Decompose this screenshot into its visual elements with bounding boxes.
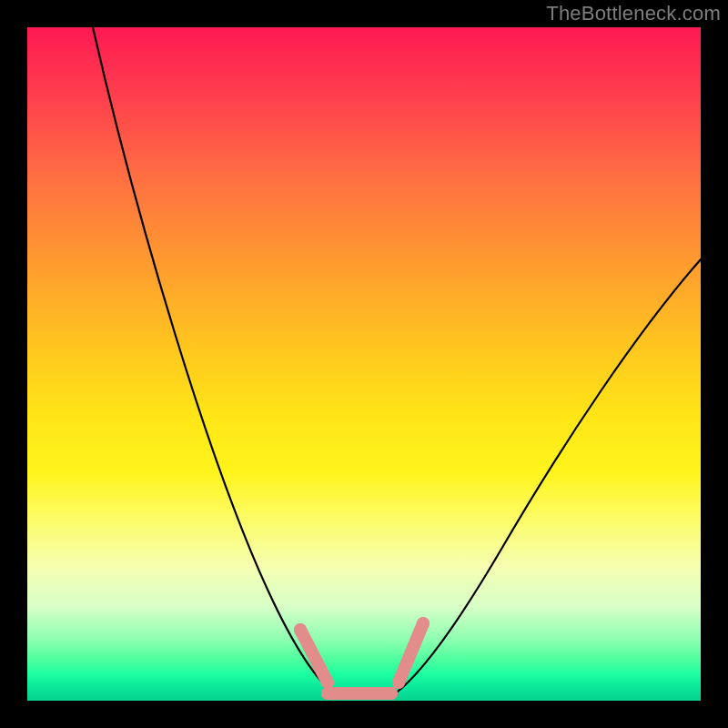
highlight-dot-left-bottom — [321, 676, 334, 689]
curve-svg — [27, 27, 701, 701]
highlight-dot-right-top — [417, 617, 430, 630]
right-branch-curve — [391, 259, 701, 696]
highlight-dot-right-bottom — [392, 676, 405, 689]
highlight-left — [300, 630, 328, 682]
left-branch-curve — [93, 27, 337, 696]
highlight-dot-left-top — [294, 623, 307, 636]
highlight-right — [399, 623, 423, 682]
highlight-dot-floor-right — [385, 687, 398, 700]
highlight-dot-floor-left — [321, 687, 334, 700]
watermark-text: TheBottleneck.com — [546, 2, 721, 25]
chart-frame: TheBottleneck.com — [0, 0, 728, 728]
plot-area — [27, 27, 701, 701]
